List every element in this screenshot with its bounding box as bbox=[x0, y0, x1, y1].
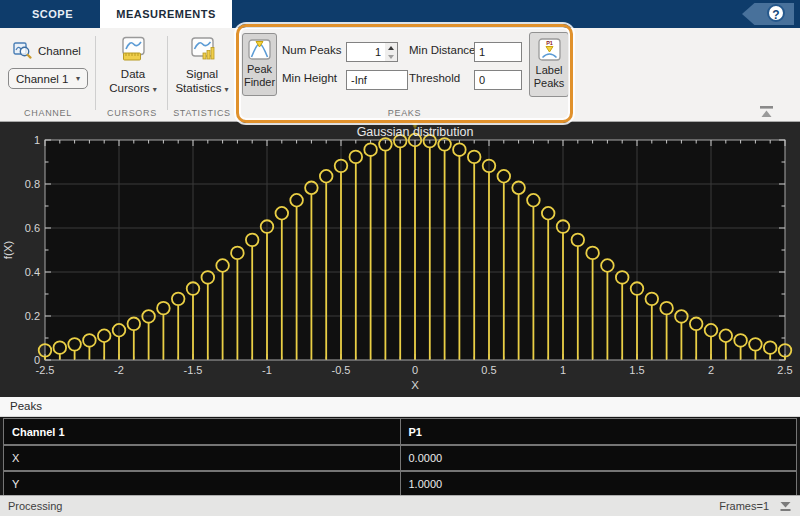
y-axis-label: f(X) bbox=[2, 241, 14, 260]
scope-window: SCOPE MEASUREMENTS ? Channel Channel 1 ▾… bbox=[0, 0, 800, 516]
peaks-row-x-label: X bbox=[4, 445, 401, 471]
chevron-down-icon: ▾ bbox=[153, 85, 157, 94]
section-label-channel: CHANNEL bbox=[0, 108, 96, 118]
peaks-table-header-channel: Channel 1 bbox=[4, 419, 401, 446]
x-tick-label: 0 bbox=[412, 364, 418, 376]
peaks-row-y-label: Y bbox=[4, 471, 401, 497]
peaks-panel: Peaks Channel 1 P1 X 0.0000 Y 1.0000 bbox=[0, 397, 800, 495]
chart-title: Gaussian distribution bbox=[357, 125, 474, 139]
table-row: X 0.0000 bbox=[4, 445, 797, 471]
collapse-up-icon bbox=[755, 104, 779, 120]
channel-button[interactable]: Channel bbox=[13, 42, 81, 59]
scope-display: Gaussian distribution-2.5-2-1.5-1-0.500.… bbox=[0, 122, 800, 397]
status-bar: Processing Frames=1 bbox=[0, 495, 800, 516]
tab-bar: SCOPE MEASUREMENTS ? bbox=[0, 0, 800, 28]
peak-finder-button[interactable]: Peak Finder bbox=[242, 33, 277, 96]
data-cursors-label: Data Cursors ▾ bbox=[107, 67, 159, 97]
signal-statistics-icon bbox=[189, 36, 216, 63]
collapse-panel-down-icon[interactable] bbox=[779, 501, 792, 512]
num-peaks-input[interactable] bbox=[346, 42, 386, 62]
x-tick-label: -2 bbox=[114, 364, 124, 376]
channel-icon bbox=[13, 42, 32, 59]
tab-measurements[interactable]: MEASUREMENTS bbox=[100, 0, 232, 28]
x-tick-label: -1.5 bbox=[184, 364, 203, 376]
chevron-down-icon: ▾ bbox=[225, 85, 229, 94]
stem-plot[interactable]: Gaussian distribution-2.5-2-1.5-1-0.500.… bbox=[0, 122, 800, 397]
y-tick-label: 0.2 bbox=[25, 310, 40, 322]
peaks-row-y-value: 1.0000 bbox=[400, 471, 797, 497]
section-label-statistics: STATISTICS bbox=[168, 108, 236, 118]
min-distance-label: Min Distance bbox=[409, 44, 475, 56]
signal-statistics-button[interactable]: Signal Statistics ▾ bbox=[170, 36, 234, 97]
peaks-panel-title: Peaks bbox=[10, 400, 42, 412]
label-peaks-label: Label Peaks bbox=[530, 64, 568, 90]
y-tick-label: 0 bbox=[34, 354, 40, 366]
min-height-input[interactable] bbox=[346, 70, 408, 90]
x-tick-label: 0.5 bbox=[481, 364, 496, 376]
peak-finder-label: Peak Finder bbox=[243, 63, 276, 89]
status-text: Processing bbox=[8, 500, 62, 512]
help-icon: ? bbox=[767, 4, 785, 22]
peaks-table-header-row: Channel 1 P1 bbox=[4, 419, 797, 446]
y-tick-label: 0.4 bbox=[25, 266, 40, 278]
x-tick-label: -0.5 bbox=[332, 364, 351, 376]
section-label-cursors: CURSORS bbox=[96, 108, 168, 118]
x-axis-label: X bbox=[411, 379, 419, 391]
min-distance-input[interactable] bbox=[474, 42, 522, 62]
label-peaks-icon: P1 bbox=[538, 38, 561, 61]
tab-scope[interactable]: SCOPE bbox=[19, 0, 86, 28]
y-tick-label: 0.6 bbox=[25, 222, 40, 234]
peak-finder-icon bbox=[248, 39, 271, 60]
svg-text:P1: P1 bbox=[546, 40, 553, 46]
x-tick-label: 1 bbox=[560, 364, 566, 376]
x-tick-label: 2 bbox=[708, 364, 714, 376]
x-tick-label: 2.5 bbox=[777, 364, 792, 376]
threshold-label: Threshold bbox=[409, 72, 460, 84]
signal-statistics-label: Signal Statistics ▾ bbox=[172, 67, 232, 97]
x-tick-label: -1 bbox=[262, 364, 272, 376]
frames-counter: Frames=1 bbox=[719, 500, 769, 512]
peaks-panel-header: Peaks bbox=[0, 397, 800, 417]
channel-button-label: Channel bbox=[38, 45, 81, 57]
section-label-peaks: PEAKS bbox=[236, 108, 573, 118]
data-cursors-icon bbox=[120, 36, 147, 63]
peaks-table: Channel 1 P1 X 0.0000 Y 1.0000 bbox=[3, 418, 797, 498]
data-cursors-button[interactable]: Data Cursors ▾ bbox=[102, 36, 164, 97]
chevron-down-icon: ▾ bbox=[76, 74, 80, 83]
num-peaks-stepper[interactable] bbox=[385, 42, 398, 62]
peaks-row-x-value: 0.0000 bbox=[400, 445, 797, 471]
stepper-up-icon[interactable] bbox=[385, 43, 397, 52]
label-peaks-button[interactable]: P1 Label Peaks bbox=[529, 32, 569, 97]
channel-select-value: Channel 1 bbox=[16, 73, 68, 85]
toolstrip: Channel Channel 1 ▾ CHANNEL Data Cursors… bbox=[0, 28, 800, 122]
threshold-input[interactable] bbox=[474, 70, 522, 90]
collapse-toolstrip-button[interactable] bbox=[755, 104, 779, 120]
peaks-table-header-p1: P1 bbox=[400, 419, 797, 446]
y-tick-label: 1 bbox=[34, 134, 40, 146]
help-button[interactable]: ? bbox=[742, 3, 794, 25]
stepper-down-icon[interactable] bbox=[385, 52, 397, 61]
x-tick-label: 1.5 bbox=[629, 364, 644, 376]
section-divider bbox=[95, 36, 96, 110]
channel-select[interactable]: Channel 1 ▾ bbox=[8, 68, 88, 89]
table-row: Y 1.0000 bbox=[4, 471, 797, 497]
y-tick-label: 0.8 bbox=[25, 178, 40, 190]
section-divider bbox=[167, 36, 168, 110]
num-peaks-label: Num Peaks bbox=[282, 44, 341, 56]
min-height-label: Min Height bbox=[282, 72, 337, 84]
